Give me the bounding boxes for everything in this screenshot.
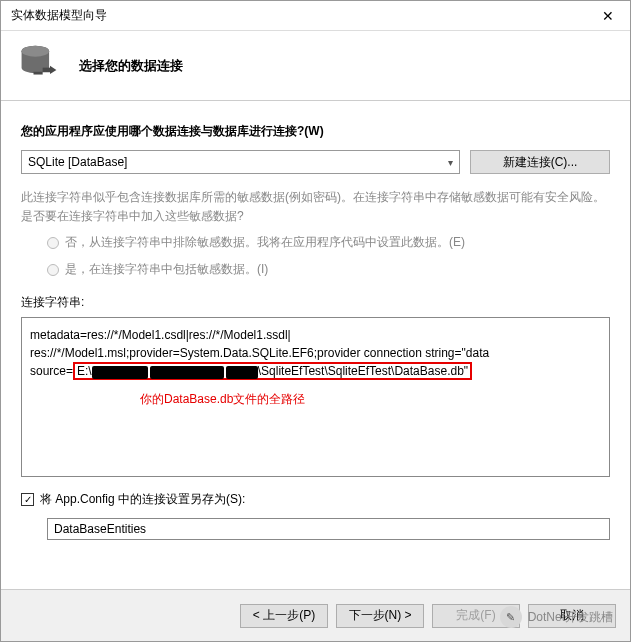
save-config-checkbox[interactable]: ✓	[21, 493, 34, 506]
redacted-segment	[226, 366, 258, 379]
connection-string-textbox[interactable]: metadata=res://*/Model1.csdl|res://*/Mod…	[21, 317, 610, 477]
wizard-content: 您的应用程序应使用哪个数据连接与数据库进行连接?(W) SQLite [Data…	[1, 101, 630, 589]
connection-string-label: 连接字符串:	[21, 294, 610, 311]
connection-selected-value: SQLite [DataBase]	[28, 155, 127, 169]
svg-rect-2	[43, 68, 50, 73]
save-config-row: ✓ 将 App.Config 中的连接设置另存为(S):	[21, 491, 610, 508]
sensitive-data-info: 此连接字符串似乎包含连接数据库所需的敏感数据(例如密码)。在连接字符串中存储敏感…	[21, 188, 610, 226]
new-connection-button[interactable]: 新建连接(C)...	[470, 150, 610, 174]
wizard-footer: < 上一步(P) 下一步(N) > 完成(F) 取消	[1, 589, 630, 641]
conn-string-line: source=E:\\SqliteEfTest\SqliteEfTest\Dat…	[30, 362, 601, 380]
radio-exclude-sensitive: 否，从连接字符串中排除敏感数据。我将在应用程序代码中设置此数据。(E)	[47, 234, 610, 251]
save-config-label: 将 App.Config 中的连接设置另存为(S):	[40, 491, 245, 508]
chevron-down-icon: ▾	[448, 157, 453, 168]
connection-dropdown[interactable]: SQLite [DataBase] ▾	[21, 150, 460, 174]
highlighted-path: E:\\SqliteEfTest\SqliteEfTest\DataBase.d…	[73, 362, 472, 380]
conn-string-line: metadata=res://*/Model1.csdl|res://*/Mod…	[30, 326, 601, 344]
redacted-segment	[150, 366, 224, 379]
previous-button[interactable]: < 上一步(P)	[240, 604, 328, 628]
conn-string-line: res://*/Model1.msl;provider=System.Data.…	[30, 344, 601, 362]
titlebar: 实体数据模型向导 ✕	[1, 1, 630, 31]
radio-icon	[47, 237, 59, 249]
radio-icon	[47, 264, 59, 276]
svg-point-1	[22, 46, 49, 57]
wizard-window: 实体数据模型向导 ✕ 选择您的数据连接 您的应用程序应使用哪个数据连接与数据库进…	[0, 0, 631, 642]
redacted-segment	[92, 366, 148, 379]
wizard-header: 选择您的数据连接	[1, 31, 630, 101]
database-icon	[17, 42, 61, 89]
entity-name-input[interactable]: DataBaseEntities	[47, 518, 610, 540]
close-button[interactable]: ✕	[585, 1, 630, 30]
finish-button: 完成(F)	[432, 604, 520, 628]
close-icon: ✕	[602, 8, 614, 24]
connection-prompt: 您的应用程序应使用哪个数据连接与数据库进行连接?(W)	[21, 123, 610, 140]
wizard-subtitle: 选择您的数据连接	[79, 57, 183, 75]
window-title: 实体数据模型向导	[11, 7, 585, 24]
cancel-button[interactable]: 取消	[528, 604, 616, 628]
path-annotation: 你的DataBase.db文件的全路径	[140, 390, 601, 408]
radio-include-sensitive: 是，在连接字符串中包括敏感数据。(I)	[47, 261, 610, 278]
next-button[interactable]: 下一步(N) >	[336, 604, 424, 628]
